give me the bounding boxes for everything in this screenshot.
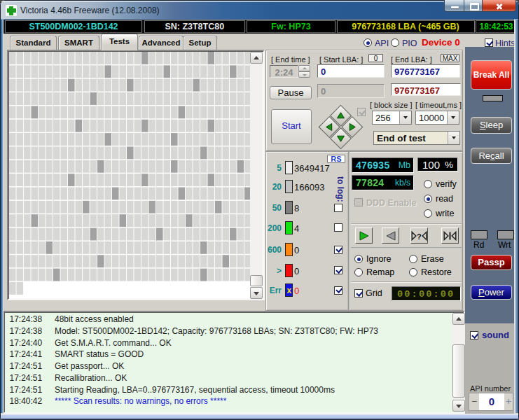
svg-text:?: ?	[417, 232, 422, 241]
